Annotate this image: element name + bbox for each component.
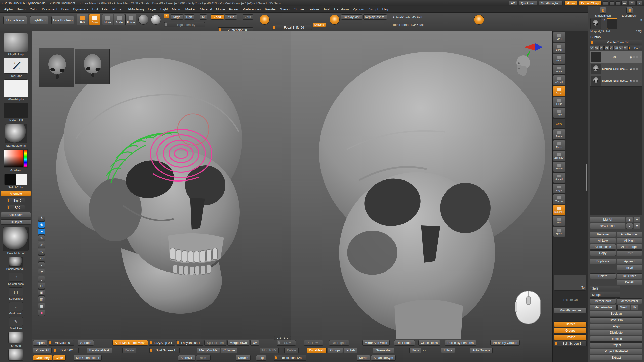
move-button[interactable]: Move: [102, 14, 113, 25]
camera-view-icon[interactable]: [474, 15, 484, 25]
tool-panel-button[interactable]: Paste: [617, 250, 642, 256]
menu-item[interactable]: Document: [40, 7, 59, 11]
menu-item[interactable]: Stroke: [292, 7, 306, 11]
dynamic-mode-button[interactable]: Dynamic: [313, 23, 326, 27]
sidebar-item[interactable]: StartupMaterial: [5, 124, 27, 147]
bottom-bar-item[interactable]: Del Higher: [329, 340, 349, 346]
tool-panel-button[interactable]: All Low: [590, 238, 616, 243]
default-zscript-button[interactable]: DefaultZScript: [579, 1, 602, 5]
sidebar-item[interactable]: SmoothValleys: [6, 349, 25, 362]
bottom-bar-item[interactable]: StoreMT: [178, 355, 195, 361]
subtool-version-tab[interactable]: V3: [599, 46, 604, 50]
sidebar-item[interactable]: Alternate: [1, 191, 31, 196]
dynamic-persp-button[interactable]: Dynamic: [553, 205, 565, 215]
bottom-bar-item[interactable]: Dist 0.02: [53, 348, 79, 353]
tool-panel-button[interactable]: ▲: [626, 217, 633, 222]
subtool-menu-icon[interactable]: ⋮: [639, 56, 642, 59]
tool-panel-button[interactable]: Append: [617, 259, 642, 264]
sculpt-toggle-icon[interactable]: [636, 68, 638, 70]
tool-panel-button[interactable]: All High: [617, 238, 642, 243]
sculpt-toggle-icon[interactable]: [636, 80, 638, 82]
quicksave-button[interactable]: QuickSave: [519, 1, 537, 5]
bottom-bar-item[interactable]: Min Connected I: [74, 355, 102, 361]
menu-item[interactable]: Draw: [59, 7, 71, 11]
floor-button[interactable]: Floor: [553, 97, 565, 107]
tool-panel-button[interactable]: All To Home: [590, 244, 616, 250]
polypaint-toggle-icon[interactable]: [633, 56, 635, 58]
bottom-bar-item[interactable]: Delete: [284, 348, 298, 353]
solo-button[interactable]: Solo: [553, 216, 565, 226]
home-page-button[interactable]: Home Page: [3, 16, 27, 24]
menu-item[interactable]: Preferences: [240, 7, 263, 11]
tool-panel-button[interactable]: Copy: [590, 250, 616, 256]
zsub-button[interactable]: Zsub: [225, 14, 237, 20]
pen-icon[interactable]: ✎: [38, 235, 45, 241]
bottom-bar-item[interactable]: Close Holes: [418, 340, 440, 346]
sidebar-item[interactable]: MaskLasso: [9, 302, 23, 315]
texture-panel-stub[interactable]: Te: [554, 275, 586, 291]
bottom-bar-item[interactable]: MidValue 0: [48, 340, 74, 346]
subtool-menu-icon[interactable]: ⋮: [639, 67, 642, 71]
menu-item[interactable]: Zplugin: [351, 7, 366, 11]
eraser-icon[interactable]: ▭: [38, 255, 45, 262]
sidebar-item[interactable]: AccuCurve: [1, 212, 31, 217]
tool-panel-button[interactable]: ▼: [634, 217, 640, 222]
subtool-item[interactable]: Merged_Skull-decimation2_4 ◉ ⋮: [590, 75, 642, 87]
reference-image[interactable]: [75, 49, 110, 84]
tool-panel-button[interactable]: Del All: [617, 280, 642, 285]
subtool-version-tab[interactable]: V4: [604, 46, 609, 50]
mrgb-button[interactable]: Mrgb: [171, 14, 183, 20]
bottom-bar-item[interactable]: Flip: [256, 355, 266, 361]
minimize-button[interactable]: —: [621, 1, 627, 5]
tool-panel-button[interactable]: ▼: [634, 223, 640, 229]
image-icon[interactable]: ▣: [38, 289, 45, 296]
sidebar-item[interactable]: MaskPen: [9, 317, 23, 330]
color-swatch-icon[interactable]: ■: [38, 310, 45, 316]
tool-slot-simplebrush[interactable]: S SimpleBrush: [595, 7, 611, 17]
tool-panel-button[interactable]: MergeDown: [590, 298, 616, 304]
sidebar-item[interactable]: Texture Off: [4, 103, 28, 122]
tool-slot-eraserbrush[interactable]: E EraserBrush: [622, 7, 637, 17]
tool-panel-button[interactable]: [590, 230, 642, 231]
live-boolean-button[interactable]: Live Boolean: [51, 16, 74, 24]
bottom-bar-item[interactable]: Polish By Features: [445, 340, 476, 346]
trash-icon[interactable]: ▯: [38, 276, 45, 282]
sidebar-item[interactable]: ClayBuildup: [4, 33, 28, 56]
undo-icon[interactable]: ↶: [38, 269, 45, 275]
tool-panel-button[interactable]: Weld: [617, 305, 630, 310]
tool-panel-button[interactable]: [590, 257, 642, 258]
tray-toggle-icon[interactable]: [603, 1, 608, 5]
persp-button[interactable]: Persp: [553, 86, 565, 96]
scroll-back-icon[interactable]: ◄◄: [276, 337, 281, 339]
groups-button[interactable]: Groups: [554, 328, 587, 333]
sidebar-item[interactable]: ~BrushAlpha: [4, 79, 28, 101]
bottom-bar-item[interactable]: Split Screen 1: [149, 348, 180, 353]
tool-panel-button[interactable]: ▸: [626, 223, 633, 229]
menu-item[interactable]: Brush: [15, 7, 28, 11]
menu-item[interactable]: Zscript: [366, 7, 380, 11]
visibility-eye-icon[interactable]: ◉: [630, 67, 632, 71]
tool-panel-button[interactable]: List All: [590, 217, 625, 222]
bottom-bar-item[interactable]: ProjectAll: [33, 348, 52, 353]
bottom-bar-item[interactable]: Smart ReSym: [371, 355, 396, 361]
zoom-button[interactable]: Zoom: [553, 54, 565, 64]
bottom-bar-item[interactable]: Auto Groups: [470, 348, 493, 353]
bottom-bar-item[interactable]: SDiv: [277, 340, 296, 346]
menu-item[interactable]: Marker: [183, 7, 198, 11]
bottom-bar-item[interactable]: Morph UV: [260, 348, 279, 353]
stroke-preview-icon[interactable]: [138, 15, 148, 25]
rgb-button[interactable]: Rgb: [184, 14, 194, 20]
bottom-bar-item[interactable]: Polish: [344, 348, 357, 353]
bottom-bar-item[interactable]: LazyStep 0.1: [149, 340, 175, 346]
reference-image[interactable]: [39, 48, 74, 87]
subtool-item[interactable]: Merged_Skull-decimation2 ◉ ⋮: [590, 63, 642, 75]
menu-item[interactable]: Edit: [90, 7, 100, 11]
sidebar-item[interactable]: FillObject: [1, 219, 31, 225]
sidebar-item[interactable]: Blur 0: [7, 198, 25, 203]
polypaint-toggle-icon[interactable]: [633, 80, 635, 82]
mask-by-feature-button[interactable]: MaskByFeature: [554, 308, 587, 313]
menu-item[interactable]: Stencil: [278, 7, 292, 11]
tool-panel-button[interactable]: AutoReorder: [617, 232, 642, 237]
sidebar-item[interactable]: FreeHand: [4, 58, 28, 77]
tool-panel-button[interactable]: Split: [590, 286, 620, 291]
